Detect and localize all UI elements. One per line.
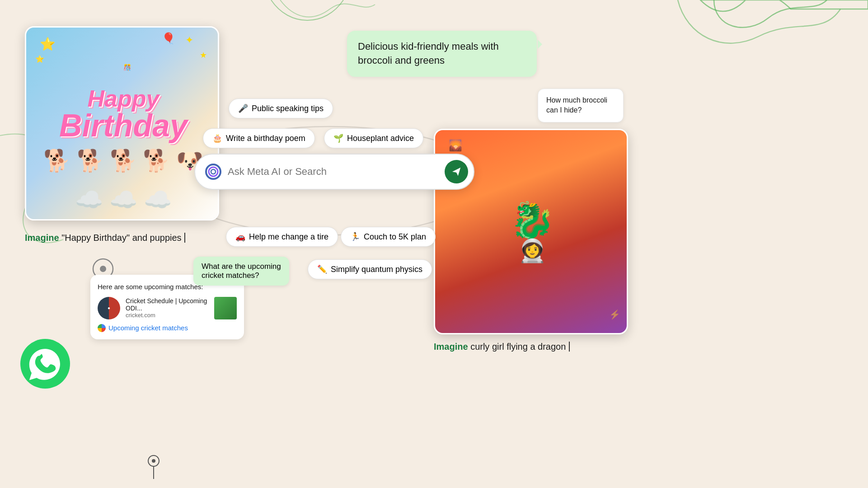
broccoli-bubble-text: How much broccoli can I hide? <box>546 96 607 114</box>
svg-point-5 <box>100 266 106 272</box>
google-search-link[interactable]: Upcoming cricket matches <box>98 324 237 332</box>
broccoli-speech-bubble: How much broccoli can I hide? <box>538 89 624 122</box>
meals-bubble-text: Delicious kid-friendly meals with brocco… <box>358 41 499 66</box>
imagine-label: Imagine <box>25 233 59 243</box>
result-intro-text: Here are some upcoming matches: <box>98 283 203 291</box>
meta-ai-icon <box>204 163 222 181</box>
birthday-text-birthday: Birthday <box>59 108 188 144</box>
chip-emoji: 🎂 <box>212 133 222 143</box>
chip-emoji: 🏃 <box>350 232 360 242</box>
google-icon <box>98 324 106 332</box>
puppies: 🐕 🐕 🐕 🐕 🐶 <box>43 148 203 174</box>
chip-label: Couch to 5K plan <box>364 232 426 242</box>
result-title: Cricket Schedule | Upcoming ODI... <box>126 297 209 312</box>
search-submit-button[interactable] <box>445 160 468 183</box>
meals-speech-bubble: Delicious kid-friendly meals with brocco… <box>347 31 537 77</box>
cricket-result-item[interactable]: ● Cricket Schedule | Upcoming ODI... cri… <box>98 297 237 319</box>
chip-emoji: 🎤 <box>238 103 248 113</box>
cricket-result-details: Cricket Schedule | Upcoming ODI... crick… <box>126 297 209 319</box>
chip-birthday-poem[interactable]: 🎂 Write a birthday poem <box>203 128 315 148</box>
chip-quantum[interactable]: ✏️ Simplify quantum physics <box>308 259 432 279</box>
svg-point-1 <box>148 455 159 466</box>
svg-point-8 <box>209 167 218 176</box>
birthday-image-card: ⭐ ✦ ★ ⭐ 🎈 Happy Birthday 🐕 🐕 🐕 🐕 🐶 ☁️ ☁️… <box>25 26 219 221</box>
svg-point-9 <box>211 169 216 174</box>
cricket-question-bubble: What are the upcomingcricket matches? <box>193 257 289 286</box>
birthday-caption: Imagine "Happy Birthday" and puppies <box>25 233 185 243</box>
svg-point-2 <box>152 459 155 463</box>
chip-houseplant[interactable]: 🌱 Houseplant advice <box>324 128 423 148</box>
chip-label: Help me change a tire <box>249 232 328 242</box>
chip-label: Public speaking tips <box>252 104 324 113</box>
chip-label: Write a birthday poem <box>226 134 305 143</box>
chip-change-tire[interactable]: 🚗 Help me change a tire <box>226 227 338 247</box>
search-input[interactable] <box>228 166 439 178</box>
google-link-text: Upcoming cricket matches <box>108 324 188 332</box>
chip-public-speaking[interactable]: 🎤 Public speaking tips <box>229 99 333 118</box>
chip-label: Houseplant advice <box>347 134 414 143</box>
chip-emoji: 🌱 <box>333 133 343 143</box>
search-container <box>194 154 474 190</box>
chip-emoji: 🚗 <box>235 232 245 242</box>
cricket-question-text: What are the upcomingcricket matches? <box>202 262 281 280</box>
search-bar[interactable] <box>194 154 474 190</box>
dragon-caption: Imagine curly girl flying a dragon <box>434 342 570 352</box>
chip-label: Simplify quantum physics <box>331 265 422 274</box>
result-domain: cricket.com <box>126 312 209 319</box>
chip-couch-5k[interactable]: 🏃 Couch to 5K plan <box>341 227 436 247</box>
whatsapp-icon[interactable] <box>20 339 70 389</box>
birthday-caption-text: "Happy Birthday" and puppies <box>59 233 182 243</box>
dragon-caption-text: curly girl flying a dragon <box>468 342 566 352</box>
chip-emoji: ✏️ <box>317 264 327 274</box>
cricket-logo: ● <box>98 297 120 319</box>
imagine-label-dragon: Imagine <box>434 342 468 352</box>
